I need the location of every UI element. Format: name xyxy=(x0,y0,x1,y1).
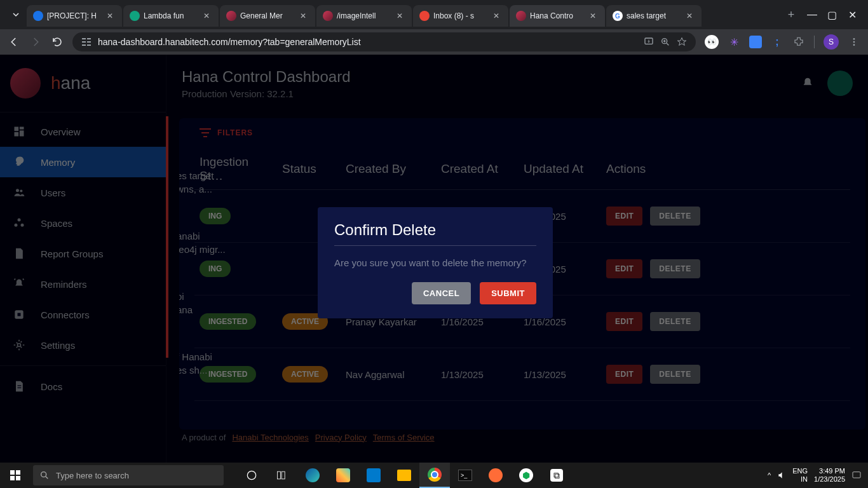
taskbar-app-postman[interactable] xyxy=(480,463,511,488)
taskbar-app-mongo[interactable]: ⬢ xyxy=(511,463,541,488)
close-icon[interactable]: ✕ xyxy=(493,11,502,20)
close-icon[interactable]: ✕ xyxy=(590,11,599,20)
taskbar-app-chrome[interactable] xyxy=(419,463,450,488)
taskbar-app[interactable] xyxy=(267,463,297,488)
svg-rect-36 xyxy=(853,472,860,478)
svg-rect-30 xyxy=(10,476,15,480)
search-icon xyxy=(39,470,50,480)
svg-point-8 xyxy=(853,38,855,40)
svg-rect-35 xyxy=(281,471,285,479)
tab-title: Lambda fun xyxy=(144,11,200,20)
svg-rect-5 xyxy=(87,44,91,46)
svg-point-10 xyxy=(853,44,855,46)
svg-rect-4 xyxy=(87,41,91,43)
notifications-icon[interactable] xyxy=(851,470,862,480)
close-icon[interactable]: ✕ xyxy=(107,11,116,20)
tab-title: Inbox (8) - s xyxy=(433,11,489,20)
new-tab-button[interactable]: + xyxy=(782,5,801,24)
tab-title: /imageIntell xyxy=(337,11,393,20)
zoom-icon[interactable] xyxy=(660,37,670,47)
extensions-button[interactable] xyxy=(792,36,805,48)
task-view-button[interactable] xyxy=(236,463,267,488)
app-root: hana Overview Memory Users Spaces Report… xyxy=(0,55,868,463)
svg-rect-31 xyxy=(16,476,20,480)
extension-icon[interactable]: 👀 xyxy=(705,35,719,49)
tab-title: [PROJECT]: H xyxy=(47,11,103,20)
browser-tab[interactable]: [PROJECT]: H✕ xyxy=(27,5,122,27)
browser-tab[interactable]: Gsales target✕ xyxy=(606,5,702,27)
svg-rect-28 xyxy=(10,470,15,475)
tray-clock[interactable]: 3:49 PM 1/23/2025 xyxy=(814,467,845,484)
confirm-delete-modal: Confirm Delete Are you sure you want to … xyxy=(318,207,553,318)
cancel-button[interactable]: CANCEL xyxy=(412,282,471,304)
svg-rect-29 xyxy=(16,470,20,475)
tab-title: Hana Contro xyxy=(530,11,586,20)
windows-taskbar: Type here to search >_ ⬢ ⧉ ^ ENG IN 3:49… xyxy=(0,463,868,488)
taskbar-app-terminal[interactable]: >_ xyxy=(450,463,480,488)
tray-volume-icon[interactable] xyxy=(777,471,786,480)
modal-title: Confirm Delete xyxy=(334,221,536,246)
svg-rect-1 xyxy=(82,41,86,43)
tab-title: sales target xyxy=(627,11,682,20)
browser-tab[interactable]: General Mer✕ xyxy=(220,5,315,27)
tray-region: IN xyxy=(801,475,808,483)
browser-tab[interactable]: Lambda fun✕ xyxy=(123,5,219,27)
tray-date: 1/23/2025 xyxy=(814,475,845,484)
install-app-icon[interactable] xyxy=(644,37,654,47)
menu-icon[interactable] xyxy=(848,36,860,48)
minimize-button[interactable]: — xyxy=(807,9,816,21)
reload-button[interactable] xyxy=(51,36,64,48)
svg-rect-34 xyxy=(278,471,281,479)
svg-rect-2 xyxy=(82,44,86,46)
maximize-button[interactable]: ▢ xyxy=(827,9,836,21)
taskbar-app-paint[interactable] xyxy=(328,463,358,488)
window-controls: — ▢ ✕ xyxy=(801,9,863,21)
url-text: hana-dashboard.hanabitech.com/memory?tab… xyxy=(98,37,637,47)
extension-icon[interactable] xyxy=(749,36,762,48)
browser-tab-strip: [PROJECT]: H✕ Lambda fun✕ General Mer✕ /… xyxy=(0,0,868,29)
svg-rect-3 xyxy=(87,38,91,39)
extension-icon[interactable]: ; xyxy=(771,36,783,48)
tray-lang: ENG xyxy=(792,467,808,475)
taskbar-app-explorer[interactable] xyxy=(389,463,419,488)
profile-button[interactable]: S xyxy=(824,34,839,50)
bookmark-icon[interactable] xyxy=(677,37,687,47)
site-info-icon[interactable] xyxy=(81,37,92,46)
extension-icon[interactable]: ✳ xyxy=(728,36,740,48)
taskbar-app-edge[interactable] xyxy=(297,463,328,488)
address-bar: hana-dashboard.hanabitech.com/memory?tab… xyxy=(0,29,868,55)
search-placeholder: Type here to search xyxy=(56,471,129,480)
submit-button[interactable]: SUBMIT xyxy=(480,282,536,304)
close-icon[interactable]: ✕ xyxy=(397,11,405,20)
tray-time: 3:49 PM xyxy=(814,467,845,475)
close-icon[interactable]: ✕ xyxy=(203,11,212,20)
close-icon[interactable]: ✕ xyxy=(686,11,695,20)
close-icon[interactable]: ✕ xyxy=(300,11,309,20)
start-button[interactable] xyxy=(0,463,31,488)
tab-title: General Mer xyxy=(240,11,296,20)
modal-body: Are you sure you want to delete the memo… xyxy=(334,257,536,268)
browser-tab[interactable]: /imageIntell✕ xyxy=(316,5,412,27)
tray-clock[interactable]: ENG IN xyxy=(792,467,808,484)
url-bar[interactable]: hana-dashboard.hanabitech.com/memory?tab… xyxy=(72,32,696,51)
browser-tab[interactable]: Inbox (8) - s✕ xyxy=(413,5,508,27)
close-button[interactable]: ✕ xyxy=(848,9,857,21)
back-button[interactable] xyxy=(8,36,20,48)
svg-point-32 xyxy=(41,472,46,477)
taskbar-app-vscode[interactable] xyxy=(358,463,389,488)
taskbar-search[interactable]: Type here to search xyxy=(33,465,224,485)
forward-button[interactable] xyxy=(29,36,42,48)
tab-list-dropdown[interactable] xyxy=(5,5,27,24)
tray-expand-icon[interactable]: ^ xyxy=(768,471,771,479)
svg-point-9 xyxy=(853,41,855,43)
svg-point-33 xyxy=(247,471,255,479)
svg-rect-0 xyxy=(82,38,86,39)
taskbar-app-slack[interactable]: ⧉ xyxy=(541,463,572,488)
browser-tab-active[interactable]: Hana Contro✕ xyxy=(510,5,605,27)
